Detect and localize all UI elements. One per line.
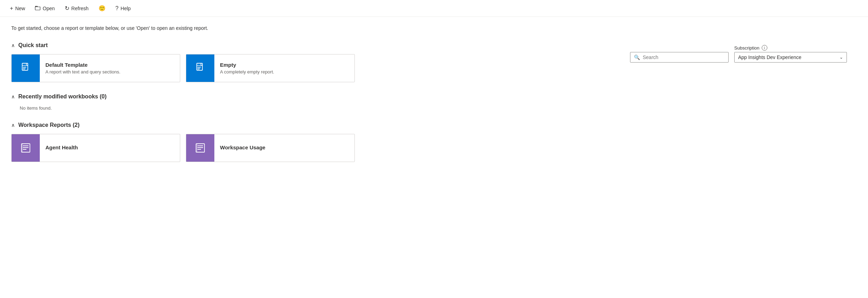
- subscription-value: App Insights Dev Experience: [738, 54, 801, 60]
- card-text-workspace-reports-1: Workspace Usage: [214, 144, 354, 152]
- card-icon-area-workspace-reports-1: [186, 134, 214, 162]
- open-label: Open: [43, 6, 55, 11]
- svg-rect-18: [196, 144, 197, 152]
- section-title-recently-modified: Recently modified workbooks (0): [18, 93, 107, 100]
- card-text-quick-start-0: Default TemplateA report with text and q…: [40, 62, 180, 74]
- section-recently-modified: ∧ Recently modified workbooks (0) No ite…: [11, 93, 857, 111]
- svg-rect-16: [197, 147, 203, 148]
- toolbar: + New Open ↻ Refresh 🙂 ? Help: [0, 0, 868, 17]
- open-button[interactable]: Open: [31, 3, 59, 14]
- subscription-group: Subscription i App Insights Dev Experien…: [734, 45, 847, 63]
- card-subtitle-quick-start-1: A completely empty report.: [220, 69, 349, 74]
- svg-rect-8: [197, 69, 200, 70]
- new-label: New: [15, 6, 25, 11]
- search-icon: 🔍: [634, 54, 640, 60]
- section-header-workspace-reports[interactable]: ∧ Workspace Reports (2): [11, 122, 857, 128]
- card-quick-start-1[interactable]: EmptyA completely empty report.: [186, 54, 355, 82]
- subscription-dropdown[interactable]: App Insights Dev Experience ⌄: [734, 52, 847, 63]
- card-text-quick-start-1: EmptyA completely empty report.: [214, 62, 354, 74]
- card-title-workspace-reports-0: Agent Health: [45, 144, 174, 150]
- refresh-label: Refresh: [71, 6, 89, 11]
- card-icon-area-quick-start-0: [12, 54, 40, 82]
- main-content: To get started, choose a report or templ…: [0, 17, 868, 182]
- help-label: Help: [121, 6, 131, 11]
- svg-rect-12: [23, 149, 26, 150]
- section-title-workspace-reports: Workspace Reports (2): [18, 122, 80, 128]
- section-title-quick-start: Quick start: [18, 42, 48, 48]
- svg-rect-4: [23, 69, 25, 70]
- dropdown-arrow-icon: ⌄: [839, 55, 843, 60]
- section-workspace-reports: ∧ Workspace Reports (2) Agent Health Wor…: [11, 122, 857, 162]
- intro-text: To get started, choose a report or templ…: [11, 25, 857, 31]
- svg-rect-6: [197, 67, 201, 67]
- svg-rect-17: [197, 149, 201, 150]
- section-header-recently-modified[interactable]: ∧ Recently modified workbooks (0): [11, 93, 857, 100]
- feedback-button[interactable]: 🙂: [94, 3, 110, 14]
- open-icon: [35, 5, 40, 12]
- card-title-workspace-reports-1: Workspace Usage: [220, 144, 349, 150]
- feedback-icon: 🙂: [99, 5, 106, 12]
- card-icon-area-workspace-reports-0: [12, 134, 40, 162]
- svg-rect-15: [197, 145, 203, 146]
- cards-row-workspace-reports: Agent Health Workspace Usage: [11, 134, 857, 162]
- section-chevron-quick-start: ∧: [11, 43, 15, 48]
- svg-rect-13: [21, 144, 23, 152]
- card-subtitle-quick-start-0: A report with text and query sections.: [45, 69, 174, 74]
- card-title-quick-start-0: Default Template: [45, 62, 174, 68]
- refresh-button[interactable]: ↻ Refresh: [61, 3, 93, 14]
- new-button[interactable]: + New: [6, 3, 29, 14]
- no-items-recently-modified: No items found.: [20, 105, 857, 111]
- search-input[interactable]: [643, 54, 725, 60]
- help-icon: ?: [115, 5, 119, 12]
- card-icon-area-quick-start-1: [186, 54, 214, 82]
- help-button[interactable]: ? Help: [111, 3, 135, 14]
- subscription-label: Subscription i: [734, 45, 847, 51]
- subscription-info-icon[interactable]: i: [762, 45, 767, 51]
- svg-rect-7: [197, 68, 200, 69]
- card-title-quick-start-1: Empty: [220, 62, 349, 68]
- card-workspace-reports-0[interactable]: Agent Health: [11, 134, 180, 162]
- svg-rect-10: [23, 145, 29, 146]
- section-chevron-recently-modified: ∧: [11, 94, 15, 99]
- section-chevron-workspace-reports: ∧: [11, 122, 15, 128]
- top-controls: 🔍 Subscription i App Insights Dev Experi…: [630, 45, 847, 63]
- card-quick-start-0[interactable]: Default TemplateA report with text and q…: [11, 54, 180, 82]
- card-workspace-reports-1[interactable]: Workspace Usage: [186, 134, 355, 162]
- search-box[interactable]: 🔍: [630, 52, 729, 63]
- refresh-icon: ↻: [65, 5, 69, 12]
- svg-rect-11: [23, 147, 29, 148]
- card-text-workspace-reports-0: Agent Health: [40, 144, 180, 152]
- svg-rect-3: [23, 68, 26, 69]
- new-icon: +: [10, 5, 13, 12]
- svg-rect-2: [23, 67, 26, 67]
